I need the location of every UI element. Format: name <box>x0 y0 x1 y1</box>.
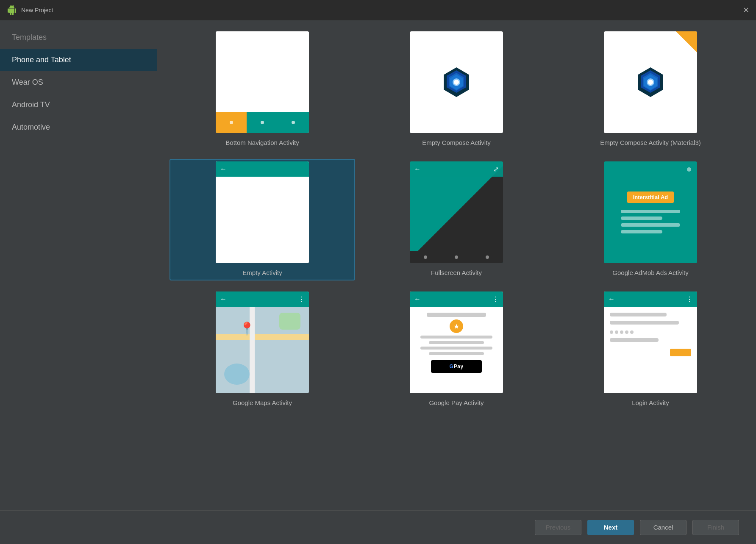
template-card-empty-compose[interactable]: Empty Compose Activity <box>364 29 549 150</box>
template-label-bottom-nav: Bottom Navigation Activity <box>225 137 299 148</box>
template-thumbnail-empty-compose-m3 <box>604 31 697 133</box>
template-label-maps: Google Maps Activity <box>233 397 292 408</box>
template-thumbnail-login: ← ⋮ <box>604 291 697 393</box>
sidebar: Templates Phone and Tablet Wear OS Andro… <box>0 20 157 510</box>
template-label-empty-compose-m3: Empty Compose Activity (Material3) <box>600 137 701 148</box>
compose-m3-logo-icon <box>634 65 667 99</box>
footer: Previous Next Cancel Finish <box>0 510 756 544</box>
sidebar-item-android-tv[interactable]: Android TV <box>0 94 157 116</box>
back-arrow-icon: ← <box>608 295 615 303</box>
template-card-admob[interactable]: Interstitial Ad Google AdMob Ads Activit… <box>558 159 743 280</box>
template-label-login: Login Activity <box>632 397 669 408</box>
template-card-login[interactable]: ← ⋮ <box>558 289 743 411</box>
title-bar: New Project ✕ <box>0 0 756 20</box>
template-thumbnail-admob: Interstitial Ad <box>604 161 697 263</box>
back-arrow-icon: ← <box>414 295 421 303</box>
template-thumbnail-pay: ← ⋮ ★ G Pay <box>410 291 503 393</box>
m3-corner-decoration <box>676 31 697 53</box>
back-arrow-icon: ← <box>220 165 227 173</box>
template-card-fullscreen[interactable]: ← ⤢ Fullscreen Activity <box>364 159 549 280</box>
template-thumbnail-maps: ← ⋮ 📍 <box>216 291 309 393</box>
template-label-admob: Google AdMob Ads Activity <box>612 267 688 278</box>
expand-icon: ⤢ <box>493 165 499 173</box>
more-icon: ⋮ <box>686 295 693 303</box>
previous-button[interactable]: Previous <box>535 520 581 535</box>
svg-point-6 <box>454 80 459 85</box>
window-title: New Project <box>21 7 743 14</box>
template-grid: Bottom Navigation Activity <box>157 20 756 510</box>
sidebar-header: Templates <box>0 29 157 49</box>
next-button[interactable]: Next <box>587 520 634 535</box>
template-thumbnail-fullscreen: ← ⤢ <box>410 161 503 263</box>
template-label-fullscreen: Fullscreen Activity <box>431 267 482 278</box>
interstitial-ad-badge: Interstitial Ad <box>627 192 674 203</box>
template-thumbnail-bottom-nav <box>216 31 309 133</box>
back-arrow-icon: ← <box>220 295 227 303</box>
template-label-empty-compose: Empty Compose Activity <box>422 137 491 148</box>
cancel-button[interactable]: Cancel <box>640 520 687 535</box>
template-card-empty-activity[interactable]: ← Empty Activity <box>170 159 355 280</box>
template-thumbnail-empty-activity: ← <box>216 161 309 263</box>
more-icon: ⋮ <box>492 295 499 303</box>
close-button[interactable]: ✕ <box>743 6 749 15</box>
template-label-empty-activity: Empty Activity <box>242 267 282 278</box>
template-label-pay: Google Pay Activity <box>429 397 484 408</box>
more-icon: ⋮ <box>298 295 305 303</box>
template-card-empty-compose-m3[interactable]: Empty Compose Activity (Material3) <box>558 29 743 150</box>
sidebar-item-phone-tablet[interactable]: Phone and Tablet <box>0 49 157 71</box>
main-content: Templates Phone and Tablet Wear OS Andro… <box>0 20 756 510</box>
sidebar-item-automotive[interactable]: Automotive <box>0 116 157 139</box>
template-card-pay[interactable]: ← ⋮ ★ G Pay <box>364 289 549 411</box>
svg-point-12 <box>648 80 653 85</box>
finish-button[interactable]: Finish <box>692 520 739 535</box>
back-arrow-icon: ← <box>414 165 421 173</box>
android-icon <box>7 5 17 15</box>
compose-logo-icon <box>439 65 473 99</box>
template-thumbnail-empty-compose <box>410 31 503 133</box>
template-card-maps[interactable]: ← ⋮ 📍 Google Maps Activity <box>170 289 355 411</box>
template-card-bottom-nav[interactable]: Bottom Navigation Activity <box>170 29 355 150</box>
sidebar-item-wear-os[interactable]: Wear OS <box>0 71 157 94</box>
